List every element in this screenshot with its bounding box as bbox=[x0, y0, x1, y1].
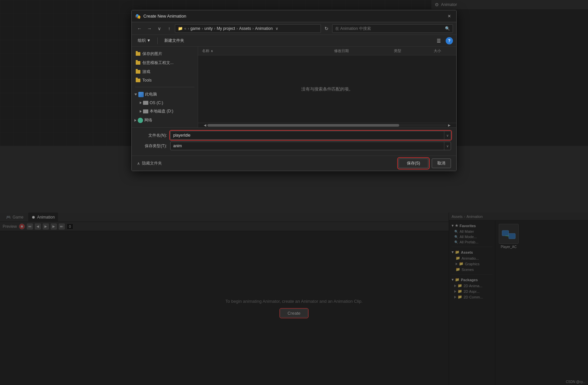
dialog-file-list: 名称 ∧ 修改日期 类型 大小 没有与搜索条件匹配的项。 bbox=[198, 47, 456, 127]
folder-games-icon bbox=[136, 70, 140, 74]
hide-folders-toggle[interactable]: ∧ 隐藏文件夹 bbox=[137, 160, 162, 166]
toolbar-right: ☰ ? bbox=[434, 37, 453, 45]
column-date[interactable]: 修改日期 bbox=[330, 48, 390, 53]
sidebar-tools-label: Tools bbox=[142, 78, 152, 83]
sidebar-network[interactable]: 网络 bbox=[132, 116, 198, 125]
sidebar-saved-pictures[interactable]: 保存的图片 bbox=[132, 49, 198, 58]
empty-message: 没有与搜索条件匹配的项。 bbox=[301, 86, 353, 92]
help-button[interactable]: ? bbox=[446, 37, 453, 44]
path-part2: unity bbox=[204, 26, 213, 31]
nav-up-button[interactable]: ↑ bbox=[165, 24, 174, 33]
search-input[interactable] bbox=[335, 26, 444, 31]
scroll-right-btn[interactable]: ▶ bbox=[447, 123, 452, 128]
nav-dropdown-button[interactable]: ∨ bbox=[155, 24, 164, 33]
column-size[interactable]: 大小 bbox=[430, 48, 456, 53]
path-sep5: › bbox=[236, 26, 238, 31]
dialog-form: 文件名(N): ∨ 保存类型(T): ∨ bbox=[132, 127, 456, 156]
folder-creative-icon bbox=[136, 61, 140, 65]
dialog-overlay: 🎭 Create New Animation × ← → ∨ ↑ 📁 « › g… bbox=[0, 0, 588, 385]
os-c-expand-icon bbox=[140, 101, 142, 104]
view-options-button[interactable]: ☰ bbox=[434, 37, 444, 45]
savetype-input[interactable] bbox=[171, 142, 444, 150]
this-pc-expand-icon bbox=[134, 94, 137, 96]
cancel-button[interactable]: 取消 bbox=[432, 159, 451, 168]
filename-input[interactable] bbox=[171, 131, 444, 139]
savetype-row: 保存类型(T): ∨ bbox=[137, 142, 451, 150]
scroll-left-btn[interactable]: ◀ bbox=[203, 123, 207, 128]
sidebar-tools[interactable]: Tools bbox=[132, 76, 198, 84]
path-sep-icon: 📁 bbox=[178, 26, 183, 31]
pc-icon bbox=[138, 92, 144, 97]
toolbar-sep bbox=[157, 37, 158, 44]
path-part1: game bbox=[190, 26, 200, 31]
sidebar-games[interactable]: 游戏 bbox=[132, 67, 198, 76]
savetype-dropdown-btn[interactable]: ∨ bbox=[444, 142, 451, 150]
path-part3: My project bbox=[217, 26, 235, 31]
sidebar-os-c[interactable]: OS (C:) bbox=[132, 99, 198, 107]
horizontal-scrollbar[interactable]: ◀ ▶ bbox=[198, 123, 456, 127]
column-name-label: 名称 bbox=[202, 48, 209, 53]
sidebar-saved-pictures-label: 保存的图片 bbox=[142, 51, 162, 57]
nav-forward-button[interactable]: → bbox=[145, 24, 154, 33]
scrollbar-track bbox=[207, 124, 447, 127]
sidebar-creative-template[interactable]: 创意模板工程文... bbox=[132, 58, 198, 67]
path-sep: « bbox=[184, 26, 186, 31]
sort-arrow: ∧ bbox=[211, 49, 213, 53]
hide-folders-arrow: ∧ bbox=[137, 161, 140, 166]
sidebar-this-pc[interactable]: 此电脑 bbox=[132, 90, 198, 99]
folder-saved-icon bbox=[136, 52, 140, 56]
watermark: CSDN @cy... bbox=[566, 380, 585, 384]
hide-folders-label: 隐藏文件夹 bbox=[142, 160, 162, 166]
dialog-toolbar: 组织 ▼ 新建文件夹 ☰ ? bbox=[132, 35, 456, 47]
path-bar: 📁 « › game › unity › My project › Assets… bbox=[175, 24, 321, 33]
path-sep6: › bbox=[252, 26, 254, 31]
path-sep4: › bbox=[214, 26, 215, 31]
savetype-input-container: ∨ bbox=[170, 142, 451, 150]
network-expand-icon bbox=[134, 119, 136, 122]
file-list-content: 没有与搜索条件匹配的项。 bbox=[198, 55, 456, 123]
sidebar-this-pc-label: 此电脑 bbox=[145, 92, 157, 97]
filename-row: 文件名(N): ∨ bbox=[137, 131, 451, 140]
sidebar-network-label: 网络 bbox=[144, 117, 152, 123]
nav-refresh-button[interactable]: ↻ bbox=[322, 24, 331, 33]
new-folder-button[interactable]: 新建文件夹 bbox=[162, 36, 187, 45]
create-animation-dialog: 🎭 Create New Animation × ← → ∨ ↑ 📁 « › g… bbox=[131, 10, 457, 171]
dialog-sidebar: 保存的图片 创意模板工程文... 游戏 Tools bbox=[132, 47, 198, 127]
file-list-header: 名称 ∧ 修改日期 类型 大小 bbox=[198, 47, 456, 55]
sidebar-creative-label: 创意模板工程文... bbox=[142, 60, 174, 66]
dialog-title-text: Create New Animation bbox=[143, 14, 443, 19]
organize-button[interactable]: 组织 ▼ bbox=[135, 36, 153, 45]
scrollbar-thumb[interactable] bbox=[207, 124, 399, 127]
folder-tools-icon bbox=[136, 79, 140, 82]
filename-dropdown-btn[interactable]: ∨ bbox=[444, 131, 451, 139]
footer-buttons: 保存(S) 取消 bbox=[399, 159, 451, 168]
column-size-label: 大小 bbox=[434, 48, 441, 53]
sidebar-local-disk-d[interactable]: 本地磁盘 (D:) bbox=[132, 107, 198, 116]
column-date-label: 修改日期 bbox=[334, 48, 349, 53]
sidebar-games-label: 游戏 bbox=[142, 69, 150, 75]
disk-d-expand-icon bbox=[140, 110, 142, 113]
save-button[interactable]: 保存(S) bbox=[399, 159, 428, 168]
path-part4: Assets bbox=[239, 26, 251, 31]
savetype-label: 保存类型(T): bbox=[137, 143, 167, 149]
nav-back-button[interactable]: ← bbox=[135, 24, 144, 33]
path-dropdown-btn[interactable]: ∨ bbox=[275, 26, 278, 31]
filename-input-container: ∨ bbox=[170, 131, 451, 140]
dialog-titlebar: 🎭 Create New Animation × bbox=[132, 10, 456, 22]
drive-d-icon bbox=[143, 109, 148, 113]
column-name[interactable]: 名称 ∧ bbox=[198, 48, 330, 53]
dialog-title-icon: 🎭 bbox=[135, 14, 141, 19]
dialog-body: 保存的图片 创意模板工程文... 游戏 Tools bbox=[132, 47, 456, 127]
path-sep3: › bbox=[202, 26, 203, 31]
dialog-nav-bar: ← → ∨ ↑ 📁 « › game › unity › My project … bbox=[132, 22, 456, 35]
path-part5: Animation bbox=[255, 26, 272, 31]
path-sep2: › bbox=[188, 26, 189, 31]
network-icon bbox=[138, 118, 143, 123]
dialog-close-button[interactable]: × bbox=[446, 13, 453, 20]
column-type-label: 类型 bbox=[394, 48, 401, 53]
dialog-footer: ∧ 隐藏文件夹 保存(S) 取消 bbox=[132, 156, 456, 171]
search-bar: 🔍 bbox=[332, 24, 453, 33]
drive-c-icon bbox=[143, 101, 148, 105]
sidebar-os-c-label: OS (C:) bbox=[150, 100, 163, 105]
column-type[interactable]: 类型 bbox=[390, 48, 430, 53]
